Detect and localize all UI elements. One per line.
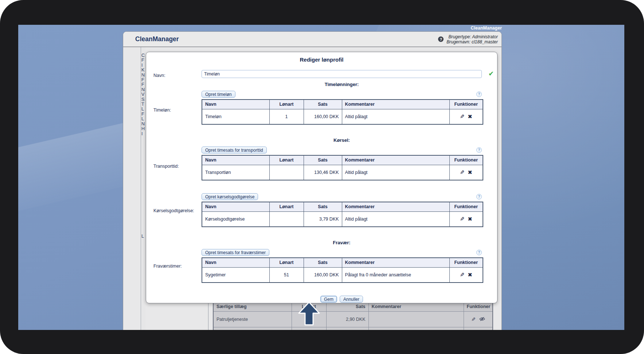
- table-row: Kørselsgodtgørelse 3,79 DKK Altid pålagt…: [202, 211, 483, 227]
- cell-lonart: [269, 165, 304, 180]
- create-transport-button[interactable]: Opret timesats for transporttid: [202, 147, 267, 153]
- cell-navn: Transportløn: [202, 165, 269, 180]
- section-side-label: Transporttid:: [153, 164, 179, 169]
- section-fravaer: Fravær: Opret timesats for fraværstimer …: [202, 240, 482, 283]
- cell-lonart: 1: [269, 109, 304, 124]
- timelon-table: Navn Lønart Sats Kommentarer Funktioner …: [202, 99, 483, 125]
- cell-kommentarer: Pålagt fra 0 måneder ansættelse: [342, 267, 449, 283]
- user-lines: Brugertype: Administrator Brugernavn: cl…: [446, 34, 498, 44]
- column-header: Sats: [304, 202, 342, 211]
- help-icon[interactable]: ?: [476, 250, 482, 255]
- column-header: Funktioner: [449, 155, 483, 165]
- transport-table: Navn Lønart Sats Kommentarer Funktioner …: [202, 155, 483, 180]
- korselsgodtgorelse-table: Navn Lønart Sats Kommentarer Funktioner …: [202, 202, 483, 227]
- user-name-label: Brugernavn: cl188_master: [446, 39, 498, 44]
- column-header: Funktioner: [449, 100, 483, 109]
- edit-payprofile-modal: Rediger lønprofil Navn: Timeløn: Transpo…: [146, 52, 497, 303]
- create-korselsgodtgorelse-button[interactable]: Opret kørselsgodtgørelse: [202, 193, 258, 200]
- column-header: Kommentarer: [342, 202, 449, 211]
- cell-lonart: [269, 211, 304, 227]
- help-icon[interactable]: ?: [476, 147, 482, 153]
- cell-navn: Sygetimer: [202, 267, 269, 283]
- column-header: Sats: [304, 100, 342, 109]
- cell-navn: Kørselsgodtgørelse: [202, 211, 269, 227]
- help-icon[interactable]: ?: [476, 194, 482, 199]
- cancel-button[interactable]: Annuller: [340, 296, 363, 303]
- table-header-row: Navn Lønart Sats Kommentarer Funktioner: [202, 100, 483, 109]
- pointer-arrow: [298, 302, 320, 328]
- section-toolbar: Opret kørselsgodtgørelse ?: [202, 193, 482, 200]
- header-help-icon[interactable]: ?: [438, 36, 444, 42]
- desktop: CleanManager CleanManager ? Brugertype: …: [18, 25, 624, 330]
- valid-check-icon: ✔: [488, 70, 494, 78]
- name-input[interactable]: [202, 70, 482, 78]
- user-info: ? Brugertype: Administrator Brugernavn: …: [438, 34, 498, 44]
- app-window: CleanManager ? Brugertype: Administrator…: [123, 31, 502, 330]
- cell-sats: 3,79 DKK: [304, 211, 342, 227]
- edit-icon[interactable]: ✎: [460, 272, 465, 278]
- column-header: Lønart: [269, 258, 304, 267]
- modal-footer: Gem Annuller: [202, 296, 482, 303]
- section-side-label: Timeløn:: [153, 108, 171, 113]
- column-header: Navn: [202, 202, 269, 211]
- table-header-row: Navn Lønart Sats Kommentarer Funktioner: [202, 202, 483, 211]
- table-row: Transportløn 130,46 DKK Altid pålagt ✎ ✖: [202, 165, 483, 180]
- column-header: Funktioner: [449, 258, 483, 267]
- create-timelon-button[interactable]: Opret timeløn: [202, 91, 235, 98]
- column-header: Kommentarer: [342, 100, 449, 109]
- modal-title: Rediger lønprofil: [146, 57, 497, 63]
- delete-icon[interactable]: ✖: [468, 113, 472, 120]
- delete-icon[interactable]: ✖: [468, 216, 472, 222]
- cell-lonart: 51: [269, 267, 304, 283]
- section-toolbar: Opret timeløn ?: [202, 91, 482, 98]
- cell-navn: Timeløn: [202, 109, 269, 124]
- table-header-row: Navn Lønart Sats Kommentarer Funktioner: [202, 258, 483, 267]
- modal-content: ✔ Timelønninger: Opret timeløn ?: [202, 70, 482, 303]
- create-fravaerstimer-button[interactable]: Opret timesats for fraværstimer: [202, 249, 269, 256]
- table-row: Timeløn 1 160,00 DKK Altid pålagt ✎ ✖: [202, 109, 483, 124]
- column-header: Navn: [202, 155, 269, 165]
- delete-icon[interactable]: ✖: [468, 169, 472, 176]
- column-header: Sats: [304, 258, 342, 267]
- desktop-brand-label: CleanManager: [471, 26, 502, 31]
- section-toolbar: Opret timesats for transporttid ?: [202, 147, 482, 153]
- screenshot-stage: CleanManager CleanManager ? Brugertype: …: [0, 0, 644, 354]
- delete-icon[interactable]: ✖: [468, 272, 472, 278]
- name-label: Navn:: [153, 73, 165, 78]
- table-header-row: Navn Lønart Sats Kommentarer Funktioner: [202, 155, 483, 165]
- app-title: CleanManager: [135, 35, 179, 43]
- cell-kommentarer: Altid pålagt: [342, 109, 449, 124]
- user-type-label: Brugertype: Administrator: [446, 34, 498, 39]
- cell-kommentarer: Altid pålagt: [342, 165, 449, 180]
- column-header: Funktioner: [449, 202, 483, 211]
- section-timelon: Timelønninger: Opret timeløn ? Navn Løna…: [202, 82, 482, 125]
- edit-icon[interactable]: ✎: [460, 169, 465, 176]
- section-transporttid: Kørsel: Opret timesats for transporttid …: [202, 137, 482, 180]
- edit-icon[interactable]: ✎: [460, 113, 465, 120]
- cell-sats: 160,00 DKK: [304, 267, 342, 283]
- app-window-header: CleanManager ? Brugertype: Administrator…: [123, 32, 501, 47]
- edit-icon[interactable]: ✎: [460, 216, 465, 222]
- section-toolbar: Opret timesats for fraværstimer ?: [202, 249, 482, 256]
- section-side-label: Fraværstimer:: [153, 264, 182, 269]
- column-header: Sats: [304, 155, 342, 165]
- section-korselsgodtgorelse: Opret kørselsgodtgørelse ? Navn Lønart S…: [202, 193, 482, 227]
- section-side-label: Kørselsgodtgørelse:: [153, 208, 194, 213]
- column-header: Navn: [202, 100, 269, 109]
- app-window-body: C F I K N F F N V S T L F L N H I L Særl…: [123, 47, 501, 330]
- section-heading: Fravær:: [202, 240, 482, 246]
- table-row: Sygetimer 51 160,00 DKK Pålagt fra 0 mån…: [202, 267, 483, 283]
- column-header: Lønart: [269, 100, 304, 109]
- save-button[interactable]: Gem: [320, 296, 337, 303]
- fravaer-table: Navn Lønart Sats Kommentarer Funktioner …: [202, 257, 483, 283]
- column-header: Kommentarer: [342, 155, 449, 165]
- cell-sats: 160,00 DKK: [304, 109, 342, 124]
- help-icon[interactable]: ?: [476, 92, 482, 97]
- section-heading: Kørsel:: [202, 137, 482, 143]
- section-heading: Timelønninger:: [202, 82, 482, 87]
- column-header: Lønart: [269, 155, 304, 165]
- name-row: ✔: [202, 70, 482, 78]
- column-header: Lønart: [269, 202, 304, 211]
- cell-kommentarer: Altid pålagt: [342, 211, 449, 227]
- column-header: Navn: [202, 258, 269, 267]
